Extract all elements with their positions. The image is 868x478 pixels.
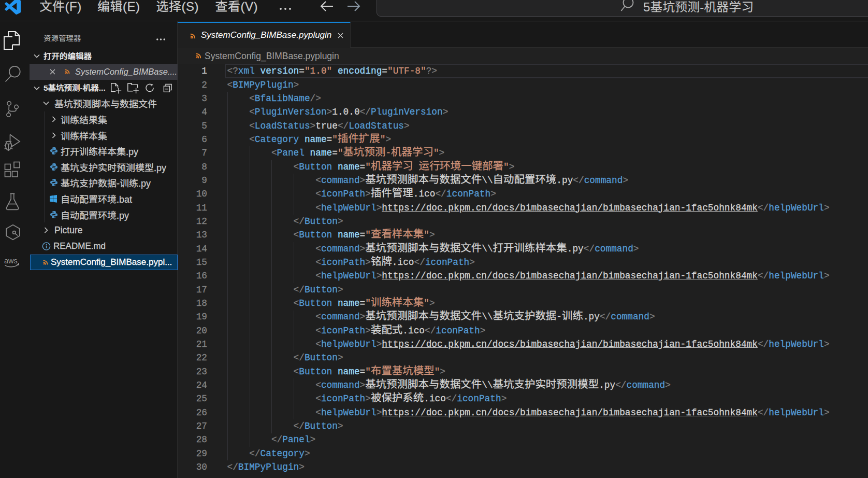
svg-text:aws: aws (4, 257, 18, 265)
